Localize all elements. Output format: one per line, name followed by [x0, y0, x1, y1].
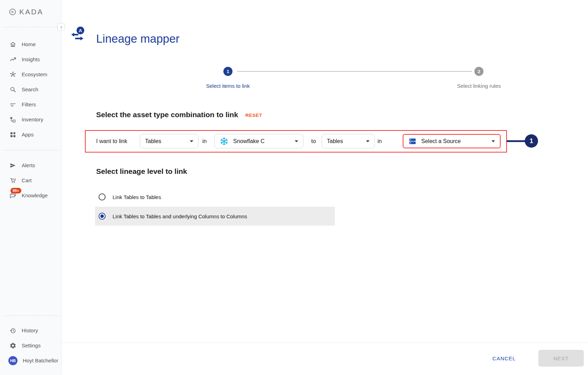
user-name: Hoyt Batchellor [23, 358, 58, 363]
logo-letter: K [12, 10, 14, 14]
page-title: Lineage mapper [96, 32, 180, 45]
avatar: HB [8, 356, 17, 365]
history-icon [9, 327, 16, 334]
sidebar-item-label: Ecosystem [22, 71, 47, 77]
callout-number: 1 [530, 137, 533, 145]
step-2-label[interactable]: Select linking rules [426, 83, 531, 89]
sidebar-item-apps[interactable]: Apps [0, 127, 61, 142]
target-source-dropdown[interactable]: Select a Source [403, 134, 501, 148]
source-dropdown[interactable]: Snowflake C [214, 134, 303, 148]
sentence-connector: to [309, 138, 318, 145]
sidebar-item-label: Apps [22, 132, 34, 137]
step-1-circle[interactable]: 1 [223, 67, 232, 76]
sidebar-item-label: Home [22, 41, 36, 47]
brand-name: KADA [19, 8, 43, 16]
asset-section-heading: Select the asset type combination to lin… [96, 111, 238, 119]
sidebar-item-alerts[interactable]: Alerts [0, 158, 61, 173]
target-type-dropdown[interactable]: Tables [322, 134, 375, 148]
source-type-dropdown[interactable]: Tables [140, 134, 199, 148]
filters-icon [9, 101, 16, 108]
sidebar-nav-footer: History Settings HB Hoyt Batchellor [0, 323, 61, 368]
kada-logo-icon: K [9, 8, 16, 15]
apps-icon [9, 131, 16, 138]
sidebar-divider [3, 316, 59, 316]
target-source-value: Select a Source [421, 138, 461, 144]
step-2-circle[interactable]: 2 [474, 67, 483, 76]
sidebar-item-filters[interactable]: Filters [0, 97, 61, 112]
source-icon [408, 137, 417, 146]
option-label: Link Tables to Tables and underlying Col… [113, 213, 247, 219]
sidebar-item-home[interactable]: Home [0, 37, 61, 52]
lineage-icon-letter: A [79, 28, 82, 33]
cart-icon [9, 177, 16, 184]
sidebar-item-ecosystem[interactable]: Ecosystem [0, 67, 61, 82]
knowledge-badge: 99+ [10, 188, 21, 193]
source-value: Snowflake C [233, 138, 265, 144]
chevron-left-icon: ‹ [60, 24, 62, 29]
ecosystem-icon [9, 71, 16, 78]
sidebar-nav-primary: Home Insights [0, 37, 61, 142]
sidebar-item-label: Inventory [22, 116, 43, 122]
sidebar-item-label: Filters [22, 101, 36, 107]
cancel-button[interactable]: CANCEL [487, 353, 522, 364]
target-type-value: Tables [327, 138, 343, 144]
stepper-connector [237, 71, 472, 72]
step-1-number: 1 [227, 69, 229, 74]
sidebar-item-history[interactable]: History [0, 323, 61, 338]
brand-logo: K KADA [9, 8, 43, 16]
sidebar-item-search[interactable]: Search [0, 82, 61, 97]
callout-connector-line [507, 140, 526, 142]
lineage-mapper-icon: A [71, 26, 87, 42]
sidebar: K KADA ‹ Home Insights [0, 0, 62, 375]
sidebar-item-label: Knowledge [22, 192, 48, 198]
radio-unchecked[interactable] [99, 193, 106, 200]
sentence-connector: in [201, 138, 208, 145]
chevron-down-icon [492, 140, 495, 142]
snowflake-icon [220, 137, 229, 146]
insights-icon [9, 56, 16, 63]
source-type-value: Tables [145, 138, 161, 144]
sidebar-item-settings[interactable]: Settings [0, 338, 61, 353]
reset-button[interactable]: RESET [245, 113, 262, 118]
next-button[interactable]: NEXT [538, 350, 584, 367]
lineage-option-tables[interactable]: Link Tables to Tables [95, 190, 335, 204]
settings-icon [9, 342, 16, 349]
sidebar-item-label: Alerts [22, 162, 35, 168]
sidebar-item-label: Settings [22, 342, 41, 348]
sentence-prefix: I want to link [96, 138, 127, 145]
lineage-option-tables-and-columns[interactable]: Link Tables to Tables and underlying Col… [95, 207, 335, 226]
step-2-number: 2 [478, 69, 480, 74]
main-content: A Lineage mapper 1 2 Select items to lin… [62, 0, 588, 375]
sentence-connector: in [376, 138, 383, 145]
sidebar-item-cart[interactable]: Cart [0, 173, 61, 188]
callout-number-badge: 1 [525, 134, 538, 148]
sidebar-divider [3, 150, 59, 150]
search-icon [9, 86, 16, 93]
sidebar-item-insights[interactable]: Insights [0, 52, 61, 67]
sidebar-item-knowledge[interactable]: 99+ Knowledge [0, 188, 61, 203]
step-1-label[interactable]: Select items to link [175, 83, 280, 89]
lineage-section-heading: Select lineage level to link [96, 167, 187, 176]
home-icon [9, 41, 16, 48]
option-label: Link Tables to Tables [113, 194, 161, 200]
chevron-down-icon [190, 140, 193, 142]
footer-divider [62, 342, 588, 343]
sidebar-item-label: Insights [22, 56, 40, 62]
sidebar-nav-secondary: Alerts Cart 99+ Knowledge [0, 158, 61, 203]
alerts-icon [9, 162, 16, 169]
radio-checked[interactable] [99, 213, 106, 220]
lineage-mapper-page: K KADA ‹ Home Insights [0, 0, 588, 375]
chevron-down-icon [295, 140, 298, 142]
inventory-icon [9, 116, 16, 123]
sidebar-user[interactable]: HB Hoyt Batchellor [0, 353, 61, 368]
sidebar-collapse-button[interactable]: ‹ [57, 23, 65, 31]
sidebar-item-label: History [22, 327, 38, 333]
sidebar-item-label: Cart [22, 177, 31, 183]
sidebar-divider [3, 27, 59, 27]
chevron-down-icon [366, 140, 370, 142]
sidebar-item-label: Search [22, 86, 38, 92]
sidebar-item-inventory[interactable]: Inventory [0, 112, 61, 127]
